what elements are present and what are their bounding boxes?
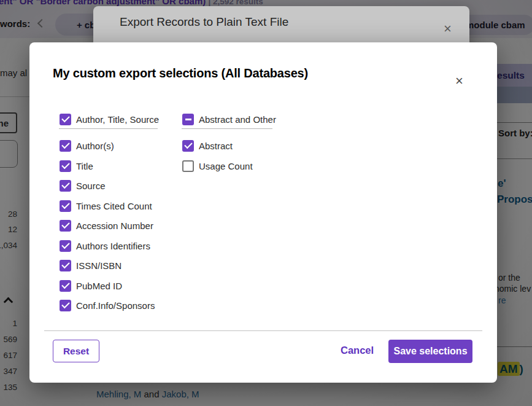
checkbox-icon[interactable] (60, 300, 71, 311)
checkbox-label: Authors Identifiers (76, 241, 150, 251)
checkbox-label: Accession Number (76, 221, 153, 231)
checkbox-icon[interactable] (60, 140, 71, 152)
checkbox-icon[interactable] (60, 200, 71, 212)
checkbox-label: ISSN/ISBN (76, 260, 121, 271)
checkbox-usage-count[interactable]: Usage Count (182, 160, 253, 172)
checkbox-icon[interactable] (60, 114, 71, 125)
checkbox-conf-info-sponsors[interactable]: Conf.Info/Sponsors (60, 299, 155, 311)
save-button-label: Save selections (393, 346, 467, 357)
custom-export-modal: My custom export selections (All Databas… (29, 42, 497, 383)
checkbox-label: Abstract (199, 141, 233, 151)
checkbox-icon[interactable] (182, 140, 194, 152)
checkbox-times-cited-count[interactable]: Times Cited Count (60, 200, 152, 212)
checkbox-label: Title (76, 161, 93, 171)
checkbox-pubmed-id[interactable]: PubMed ID (60, 279, 122, 292)
checkbox-abstract[interactable]: Abstract (182, 139, 233, 152)
group-divider (182, 128, 272, 129)
save-selections-button[interactable]: Save selections (388, 340, 472, 363)
checkbox-icon[interactable] (60, 220, 71, 232)
cancel-button[interactable]: Cancel (341, 345, 374, 356)
checkbox-label: Abstract and Other (199, 114, 276, 125)
checkbox-icon[interactable] (60, 260, 71, 271)
checkbox-label: Author(s) (76, 141, 114, 151)
checkbox-icon[interactable] (60, 160, 71, 172)
checkbox-issn-isbn[interactable]: ISSN/ISBN (60, 259, 121, 271)
checkbox-author-title-source[interactable]: Author, Title, Source (60, 113, 159, 125)
checkbox-icon[interactable] (182, 114, 194, 125)
close-icon[interactable]: × (455, 74, 463, 88)
reset-button-label: Reset (63, 346, 89, 357)
checkbox-icon[interactable] (60, 280, 71, 292)
checkbox-icon[interactable] (60, 180, 71, 192)
footer-divider (44, 330, 482, 331)
checkbox-label: Author, Title, Source (76, 114, 159, 125)
checkbox-label: Usage Count (199, 161, 253, 171)
checkbox-authors[interactable]: Author(s) (60, 139, 114, 152)
checkbox-icon[interactable] (60, 240, 71, 252)
checkbox-label: Times Cited Count (76, 201, 152, 211)
screen: ent" OR "Border carbon adjustment" OR cb… (0, 0, 532, 406)
group-divider (59, 128, 158, 129)
checkbox-abstract-and-other[interactable]: Abstract and Other (182, 113, 276, 125)
checkbox-label: PubMed ID (76, 281, 122, 291)
checkbox-label: Conf.Info/Sponsors (76, 300, 155, 311)
checkbox-label: Source (76, 181, 106, 191)
checkbox-source[interactable]: Source (60, 179, 106, 192)
modal-title: My custom export selections (All Databas… (53, 66, 308, 80)
checkbox-accession-number[interactable]: Accession Number (60, 219, 153, 232)
checkbox-authors-identifiers[interactable]: Authors Identifiers (60, 240, 150, 252)
checkbox-icon[interactable] (182, 160, 194, 172)
reset-button[interactable]: Reset (53, 340, 99, 362)
checkbox-title[interactable]: Title (60, 160, 93, 172)
